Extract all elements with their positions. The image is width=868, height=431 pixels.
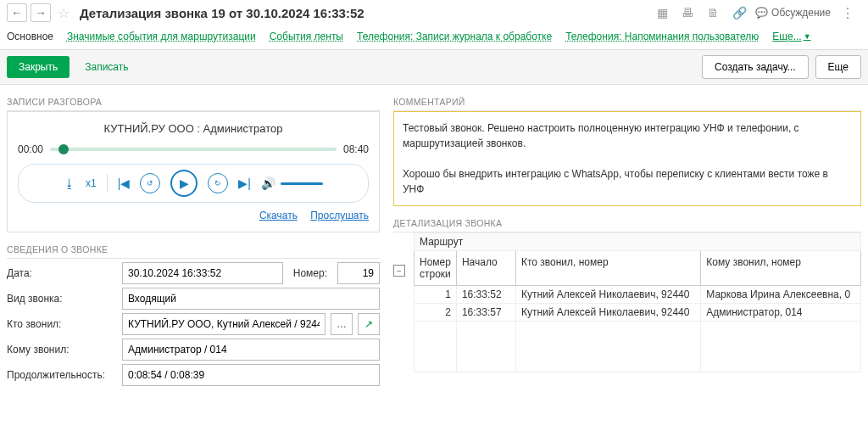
nav-link-feed[interactable]: События ленты xyxy=(270,31,343,42)
volume-slider[interactable] xyxy=(281,182,323,185)
progress-slider[interactable] xyxy=(50,148,337,151)
kebab-menu-icon[interactable]: ⋮ xyxy=(834,5,861,21)
time-end: 08:40 xyxy=(343,143,369,155)
chat-icon: 💬 xyxy=(755,7,768,19)
listen-link[interactable]: Прослушать xyxy=(310,210,369,221)
nav-link-events[interactable]: Значимые события для маршрутизации xyxy=(67,31,256,42)
route-group-header[interactable]: Маршрут xyxy=(415,233,861,251)
cell-caller: Кутний Алексей Николаевич, 92440 xyxy=(515,286,700,304)
duration-input[interactable] xyxy=(122,364,380,386)
cell-start: 16:33:52 xyxy=(456,286,515,304)
comment-header: КОММЕНТАРИЙ xyxy=(393,95,861,111)
speed-button[interactable]: x1 xyxy=(86,177,97,189)
number-input[interactable] xyxy=(337,262,380,284)
time-row: 00:00 08:40 xyxy=(18,143,369,155)
nav-back-button[interactable]: ← xyxy=(7,3,27,22)
number-label: Номер: xyxy=(288,267,332,279)
download-icon[interactable]: ⭳ xyxy=(64,176,75,190)
link-icon[interactable]: 🔗 xyxy=(727,6,752,20)
date-label: Дата: xyxy=(7,267,117,279)
col-start[interactable]: Начало xyxy=(456,251,515,286)
type-label: Вид звонка: xyxy=(7,293,117,305)
cell-rownum: 2 xyxy=(415,304,457,322)
discussion-label: Обсуждение xyxy=(771,7,831,19)
info-section: СВЕДЕНИЯ О ЗВОНКЕ Дата: Номер: Вид звонк… xyxy=(7,243,380,389)
comment-textarea[interactable]: Тестовый звонок. Решено настроить полноц… xyxy=(393,111,861,206)
col-caller[interactable]: Кто звонил, номер xyxy=(515,251,700,286)
caller-label: Кто звонил: xyxy=(7,318,117,330)
favorite-star-icon[interactable]: ☆ xyxy=(54,5,73,21)
navbar: Основное Значимые события для маршрутиза… xyxy=(0,25,868,49)
empty-row xyxy=(415,322,861,372)
chevron-down-icon: ▼ xyxy=(804,32,811,41)
nav-link-journal[interactable]: Телефония: Записи журнала к обработке xyxy=(357,31,552,42)
close-button[interactable]: Закрыть xyxy=(7,56,70,78)
cell-callee: Администратор, 014 xyxy=(701,304,861,322)
nav-forward-button[interactable]: → xyxy=(31,3,51,22)
route-group-label: Маршрут xyxy=(415,233,861,251)
tree-collapse-icon[interactable]: − xyxy=(393,265,405,277)
recording-label: КУТНИЙ.РУ ООО : Администратор xyxy=(18,122,369,135)
type-input[interactable] xyxy=(122,288,380,310)
caller-select-button[interactable]: … xyxy=(331,313,353,335)
track-prev-icon[interactable]: |◀ xyxy=(118,176,131,190)
callee-label: Кому звонил: xyxy=(7,344,117,355)
route-columns-row: Номер строки Начало Кто звонил, номер Ко… xyxy=(415,251,861,286)
report-icon[interactable]: ▦ xyxy=(652,6,673,20)
info-header: СВЕДЕНИЯ О ЗВОНКЕ xyxy=(7,243,380,259)
caller-input[interactable] xyxy=(122,313,326,335)
comment-section: КОММЕНТАРИЙ Тестовый звонок. Решено наст… xyxy=(393,95,861,206)
time-start: 00:00 xyxy=(18,143,43,155)
cell-caller: Кутний Алексей Николаевич, 92440 xyxy=(515,304,700,322)
route-table: Маршрут Номер строки Начало Кто звонил, … xyxy=(414,232,861,372)
caller-open-button[interactable]: ↗ xyxy=(358,313,380,335)
col-rownum[interactable]: Номер строки xyxy=(415,251,457,286)
comment-line1: Тестовый звонок. Решено настроить полноц… xyxy=(403,120,852,151)
save-button[interactable]: Записать xyxy=(76,56,136,78)
more-button[interactable]: Еще xyxy=(815,55,861,79)
nav-main[interactable]: Основное xyxy=(7,31,53,42)
player-controls: ⭳ x1 |◀ ↺ ▶ ↻ ▶| 🔊 xyxy=(18,164,369,203)
command-bar: Закрыть Записать Создать задачу... Еще xyxy=(0,49,868,85)
top-toolbar: ← → ☆ Детализация звонка 19 от 30.10.202… xyxy=(0,0,868,25)
details-section: ДЕТАЛИЗАЦИЯ ЗВОНКА − Маршрут Номер строк… xyxy=(393,216,861,372)
cell-start: 16:33:57 xyxy=(456,304,515,322)
col-callee[interactable]: Кому звонил, номер xyxy=(701,251,861,286)
recordings-header: ЗАПИСИ РАЗГОВОРА xyxy=(7,95,380,111)
download-link[interactable]: Скачать xyxy=(259,210,298,221)
skip-forward-button[interactable]: ↻ xyxy=(208,173,228,193)
skip-back-button[interactable]: ↺ xyxy=(140,173,160,193)
date-input[interactable] xyxy=(122,262,283,284)
recordings-section: ЗАПИСИ РАЗГОВОРА КУТНИЙ.РУ ООО : Админис… xyxy=(7,95,380,232)
duration-label: Продолжительность: xyxy=(7,369,117,381)
nav-link-reminders[interactable]: Телефония: Напоминания пользователю xyxy=(565,31,759,42)
table-row[interactable]: 1 16:33:52 Кутний Алексей Николаевич, 92… xyxy=(415,286,861,304)
create-task-button[interactable]: Создать задачу... xyxy=(702,55,809,79)
cell-rownum: 1 xyxy=(415,286,457,304)
nav-more[interactable]: Еще... ▼ xyxy=(772,31,810,42)
file-icon[interactable]: 🗎 xyxy=(702,6,724,20)
table-row[interactable]: 2 16:33:57 Кутний Алексей Николаевич, 92… xyxy=(415,304,861,322)
print-icon[interactable]: 🖶 xyxy=(676,6,698,20)
player-box: КУТНИЙ.РУ ООО : Администратор 00:00 08:4… xyxy=(7,111,380,232)
page-title: Детализация звонка 19 от 30.10.2024 16:3… xyxy=(80,6,648,20)
comment-line2: Хорошо бы внедрить интеграцию с WhatsApp… xyxy=(403,166,852,197)
details-header: ДЕТАЛИЗАЦИЯ ЗВОНКА xyxy=(393,216,861,232)
volume-icon[interactable]: 🔊 xyxy=(261,176,275,190)
cell-callee: Маркова Ирина Алексеевна, 0 xyxy=(701,286,861,304)
play-button[interactable]: ▶ xyxy=(170,170,198,197)
callee-input[interactable] xyxy=(122,339,380,361)
track-next-icon[interactable]: ▶| xyxy=(238,176,251,190)
discussion-button[interactable]: 💬 Обсуждение xyxy=(755,7,831,19)
